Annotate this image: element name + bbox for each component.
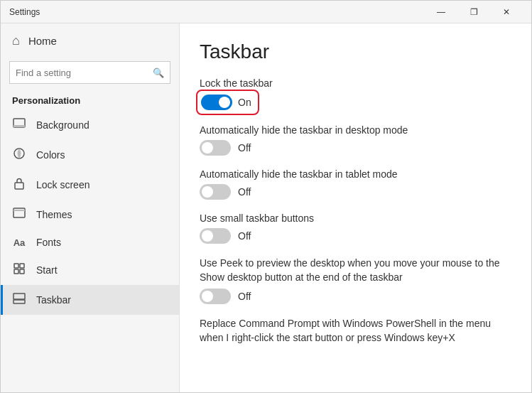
svg-rect-8 [14, 269, 18, 274]
auto-hide-desktop-thumb [202, 142, 213, 154]
fonts-label: Fonts [36, 237, 61, 248]
setting-auto-hide-desktop: Automatically hide the taskbar in deskto… [200, 124, 511, 156]
peek-toggle[interactable] [200, 289, 231, 304]
sidebar-home[interactable]: ⌂ Home [1, 23, 179, 58]
sidebar-item-taskbar[interactable]: Taskbar [1, 285, 179, 315]
sidebar-item-background[interactable]: Background [1, 110, 179, 140]
small-buttons-thumb [202, 230, 213, 242]
auto-hide-tablet-value: Off [238, 186, 251, 198]
titlebar: Settings — ❐ ✕ [1, 1, 531, 23]
auto-hide-tablet-label: Automatically hide the taskbar in tablet… [200, 168, 511, 180]
svg-rect-3 [15, 183, 23, 189]
taskbar-icon [12, 292, 26, 308]
small-buttons-label: Use small taskbar buttons [200, 212, 511, 224]
svg-rect-7 [20, 264, 24, 268]
svg-rect-11 [13, 294, 25, 299]
peek-value: Off [238, 291, 251, 302]
start-label: Start [36, 264, 58, 276]
lock-screen-label: Lock screen [36, 179, 89, 190]
setting-lock-taskbar: Lock the taskbar On [200, 77, 511, 112]
background-icon [12, 117, 26, 133]
sidebar-item-lock-screen[interactable]: Lock screen [1, 170, 179, 200]
peek-label: Use Peek to preview the desktop when you… [200, 257, 511, 284]
content-area: ⌂ Home 🔍 Personalization Background [1, 23, 531, 392]
themes-icon [12, 207, 26, 222]
lock-taskbar-label: Lock the taskbar [200, 77, 511, 89]
auto-hide-desktop-value: Off [238, 142, 251, 154]
home-label: Home [28, 35, 57, 47]
setting-auto-hide-tablet: Automatically hide the taskbar in tablet… [200, 168, 511, 200]
lock-taskbar-track [201, 95, 232, 110]
small-buttons-toggle[interactable] [200, 228, 231, 244]
taskbar-label: Taskbar [36, 294, 71, 306]
background-label: Background [36, 119, 89, 131]
window-controls: — ❐ ✕ [425, 1, 523, 23]
auto-hide-desktop-toggle-row: Off [200, 140, 511, 156]
fonts-icon: Aa [12, 237, 26, 248]
auto-hide-tablet-toggle-row: Off [200, 184, 511, 200]
svg-rect-5 [13, 210, 25, 211]
auto-hide-desktop-toggle[interactable] [200, 140, 231, 156]
setting-peek: Use Peek to preview the desktop when you… [200, 257, 511, 304]
auto-hide-desktop-label: Automatically hide the taskbar in deskto… [200, 124, 511, 136]
auto-hide-tablet-thumb [202, 186, 213, 198]
setting-powershell: Replace Command Prompt with Windows Powe… [200, 317, 511, 345]
colors-label: Colors [36, 149, 65, 161]
sidebar-search-box[interactable]: 🔍 [9, 61, 170, 84]
themes-label: Themes [36, 209, 72, 220]
svg-rect-9 [20, 269, 24, 274]
colors-icon [12, 147, 26, 163]
lock-taskbar-thumb [219, 97, 230, 108]
sidebar-item-fonts[interactable]: Aa Fonts [1, 230, 179, 255]
lock-taskbar-toggle[interactable] [201, 95, 232, 110]
auto-hide-desktop-track [200, 140, 231, 156]
sidebar-item-start[interactable]: Start [1, 255, 179, 285]
setting-small-buttons: Use small taskbar buttons Off [200, 212, 511, 244]
sidebar-item-colors[interactable]: Colors [1, 140, 179, 170]
search-icon: 🔍 [153, 68, 164, 78]
lock-screen-icon [12, 177, 26, 193]
auto-hide-tablet-toggle[interactable] [200, 184, 231, 200]
peek-thumb [202, 291, 213, 302]
small-buttons-track [200, 228, 231, 244]
maximize-button[interactable]: ❐ [457, 1, 490, 23]
lock-taskbar-toggle-row: On [200, 93, 511, 112]
window-title: Settings [9, 7, 425, 17]
small-buttons-value: Off [238, 230, 251, 242]
settings-window: Settings — ❐ ✕ ⌂ Home 🔍 Personalization [0, 0, 532, 393]
minimize-button[interactable]: — [425, 1, 457, 23]
peek-toggle-row: Off [200, 289, 511, 304]
main-content: Taskbar Lock the taskbar On [180, 23, 531, 392]
sidebar: ⌂ Home 🔍 Personalization Background [1, 23, 180, 392]
sidebar-item-themes[interactable]: Themes [1, 200, 179, 230]
auto-hide-tablet-track [200, 184, 231, 200]
peek-track [200, 289, 231, 304]
page-title: Taskbar [200, 41, 511, 63]
start-icon [12, 262, 26, 278]
search-input[interactable] [16, 68, 153, 78]
powershell-label: Replace Command Prompt with Windows Powe… [200, 317, 511, 345]
lock-taskbar-value: On [238, 97, 251, 108]
lock-taskbar-highlight: On [200, 93, 256, 112]
sidebar-section-title: Personalization [1, 90, 179, 110]
svg-rect-4 [13, 208, 25, 217]
home-icon: ⌂ [12, 33, 20, 48]
svg-rect-10 [13, 300, 25, 303]
svg-rect-1 [13, 125, 25, 127]
svg-rect-6 [14, 264, 18, 268]
small-buttons-toggle-row: Off [200, 228, 511, 244]
close-button[interactable]: ✕ [490, 1, 523, 23]
